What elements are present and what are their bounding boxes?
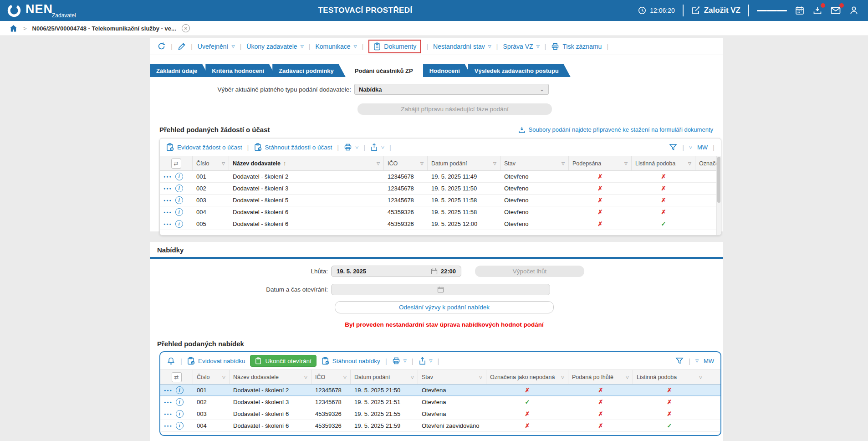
menu-komunikace[interactable]: Komunikace▽ — [315, 43, 357, 50]
tab-vysledek-zadavaciho-postupu[interactable]: Výsledek zadávacího postupu — [468, 64, 571, 77]
register-offer-button[interactable]: Evidovat nabídku — [187, 357, 245, 365]
tab-podani-ucastniku-zp[interactable]: Podání účastníků ZP — [346, 64, 422, 77]
row-menu-icon[interactable]: ●●● — [163, 222, 172, 226]
chevron-down-icon[interactable]: ▽ — [689, 145, 692, 149]
opening-datetime-field[interactable] — [331, 284, 550, 295]
col-oznacena-jako-nepodana[interactable]: Označena jako nepodaná▽ — [486, 370, 568, 384]
export-table-button[interactable]: ▽ — [419, 357, 433, 365]
row-menu-icon[interactable]: ●●● — [163, 210, 172, 214]
col-stav[interactable]: Stav▽ — [418, 370, 486, 384]
filter-caret-icon[interactable]: ▽ — [559, 375, 564, 379]
filter-caret-icon[interactable]: ▽ — [560, 161, 565, 166]
deadline-datetime-field[interactable]: 19. 5. 2025 22:00 — [331, 266, 461, 277]
row-menu-icon[interactable]: ●●● — [163, 187, 172, 190]
col-nazev-dodavatele[interactable]: Název dodavatele↑▽ — [229, 156, 384, 170]
bell-icon[interactable] — [167, 357, 175, 365]
menu-ukony-zadavatele[interactable]: Úkony zadavatele▽ — [246, 43, 303, 50]
send-call-button[interactable]: Odeslání výzvy k podání nabídek — [335, 301, 554, 313]
filter-caret-icon[interactable]: ▽ — [623, 161, 628, 166]
filter-icon[interactable] — [675, 357, 684, 365]
filter-caret-icon[interactable]: ▽ — [409, 375, 414, 379]
scrollbar-thumb[interactable] — [717, 157, 720, 203]
request-row[interactable]: ●●● i 003 Dodavatel - školení 5 12345678… — [160, 195, 721, 206]
col-podana-po-lhute[interactable]: Podaná po lhůtě▽ — [568, 370, 633, 384]
column-picker-icon[interactable]: ⇄ — [171, 159, 181, 169]
compute-deadlines-button[interactable]: Výpočet lhůt — [475, 266, 584, 277]
breadcrumb-item[interactable]: N006/25/V00004748 - Telekomunikační služ… — [32, 25, 176, 32]
request-row[interactable]: ●●● i 004 Dodavatel - školení 6 45359326… — [160, 206, 721, 218]
request-row[interactable]: ●●● i 001 Dodavatel - školení 2 12345678… — [160, 171, 721, 183]
row-menu-icon[interactable]: ●●● — [164, 412, 173, 415]
chevron-down-icon[interactable]: ▽ — [695, 359, 699, 363]
filter-caret-icon[interactable]: ▽ — [686, 161, 691, 166]
row-menu-icon[interactable]: ●●● — [163, 199, 172, 202]
menu-nestandardni-stav[interactable]: Nestandardní stav▽ — [433, 43, 491, 50]
mw-view-button[interactable]: MW — [697, 144, 708, 151]
info-icon[interactable]: i — [175, 185, 183, 192]
menu-sprava-vz[interactable]: Správa VZ▽ — [503, 43, 540, 50]
row-menu-icon[interactable]: ●●● — [164, 400, 173, 404]
home-icon[interactable] — [9, 24, 18, 33]
row-menu-icon[interactable]: ●●● — [163, 175, 172, 178]
next-phase-button[interactable]: Zahájit přípravu následující fáze podání — [357, 103, 552, 115]
info-icon[interactable]: i — [175, 173, 183, 180]
filter-caret-icon[interactable]: ▽ — [342, 375, 347, 379]
filter-caret-icon[interactable]: ▽ — [220, 375, 225, 379]
col-stav[interactable]: Stav▽ — [500, 156, 569, 170]
col-datum-podani[interactable]: Datum podání▽ — [351, 370, 418, 384]
col-listinna-podoba[interactable]: Listinná podoba▽ — [633, 370, 706, 384]
tab-zakladni-udaje[interactable]: Základní údaje — [150, 64, 209, 77]
offer-row[interactable]: ●●● i 004 Dodavatel - školení 6 45359326… — [160, 420, 720, 432]
finish-opening-button[interactable]: Ukončit otevírání — [250, 355, 316, 367]
messages-icon[interactable] — [830, 5, 841, 15]
request-row[interactable]: ●●● i 002 Dodavatel - školení 3 12345678… — [160, 183, 721, 195]
offer-row[interactable]: ●●● i 003 Dodavatel - školení 6 45359326… — [160, 408, 720, 420]
export-table-button[interactable]: ▽ — [370, 143, 384, 151]
filter-caret-icon[interactable]: ▽ — [220, 161, 225, 166]
info-icon[interactable]: i — [175, 220, 183, 228]
info-icon[interactable]: i — [176, 386, 184, 394]
row-menu-icon[interactable]: ●●● — [164, 424, 173, 427]
mw-view-button[interactable]: MW — [704, 358, 714, 364]
column-picker-icon[interactable]: ⇄ — [172, 372, 182, 382]
submission-type-select[interactable]: Nabídka ⌄ — [354, 84, 549, 95]
refresh-icon[interactable] — [157, 42, 166, 51]
row-menu-icon[interactable]: ●●● — [164, 389, 173, 392]
register-request-button[interactable]: Evidovat žádost o účast — [166, 143, 242, 151]
tab-zadavaci-podminky[interactable]: Zadávací podmínky — [272, 64, 346, 77]
request-row[interactable]: ●●● i 005 Dodavatel - školení 6 45359326… — [160, 218, 721, 230]
offer-row[interactable]: ●●● i 002 Dodavatel - školení 3 12345678… — [160, 396, 720, 408]
info-icon[interactable]: i — [176, 410, 184, 418]
user-profile-icon[interactable] — [849, 5, 859, 15]
col-ico[interactable]: IČO▽ — [311, 370, 351, 384]
col-ico[interactable]: IČO▽ — [384, 156, 428, 170]
filter-caret-icon[interactable]: ▽ — [697, 375, 702, 379]
col-podepsana[interactable]: Podepsána▽ — [569, 156, 632, 170]
submission-files-link[interactable]: Soubory podání najdete připravené ke sta… — [518, 126, 713, 133]
print-record-button[interactable]: Tisk záznamu — [551, 42, 602, 51]
download-requests-button[interactable]: Stáhnout žádosti o účast — [254, 143, 332, 151]
filter-icon[interactable] — [669, 143, 677, 151]
col-nazev-dodavatele[interactable]: Název dodavatele▽ — [230, 370, 311, 384]
download-offers-button[interactable]: Stáhnout nabídky — [322, 357, 380, 365]
edit-record-icon[interactable] — [178, 42, 186, 51]
info-icon[interactable]: i — [175, 208, 183, 216]
close-record-icon[interactable]: ✕ — [182, 24, 190, 32]
filter-caret-icon[interactable]: ▽ — [624, 375, 629, 379]
tab-hodnoceni[interactable]: Hodnocení — [423, 64, 472, 77]
app-logo[interactable]: NEN Zadavatel — [6, 3, 76, 18]
menu-uverejneni[interactable]: Uveřejnění▽ — [198, 43, 235, 50]
filter-caret-icon[interactable]: ▽ — [375, 161, 380, 166]
filter-caret-icon[interactable]: ▽ — [477, 375, 482, 379]
filter-caret-icon[interactable]: ▽ — [302, 375, 307, 379]
tab-kriteria-hodnoceni[interactable]: Kritéria hodnocení — [205, 64, 276, 77]
filter-caret-icon[interactable]: ▽ — [419, 161, 424, 166]
filter-caret-icon[interactable]: ▽ — [491, 161, 496, 166]
menu-dokumenty-highlighted[interactable]: Dokumenty — [368, 40, 421, 53]
menu-icon[interactable] — [757, 8, 787, 13]
create-vz-button[interactable]: Založit VZ — [691, 6, 740, 15]
col-listinna-podoba[interactable]: Listinná podoba▽ — [632, 156, 695, 170]
vertical-scrollbar[interactable] — [716, 156, 721, 235]
col-cislo[interactable]: Číslo▽ — [193, 370, 230, 384]
col-cislo[interactable]: Číslo▽ — [193, 156, 229, 170]
